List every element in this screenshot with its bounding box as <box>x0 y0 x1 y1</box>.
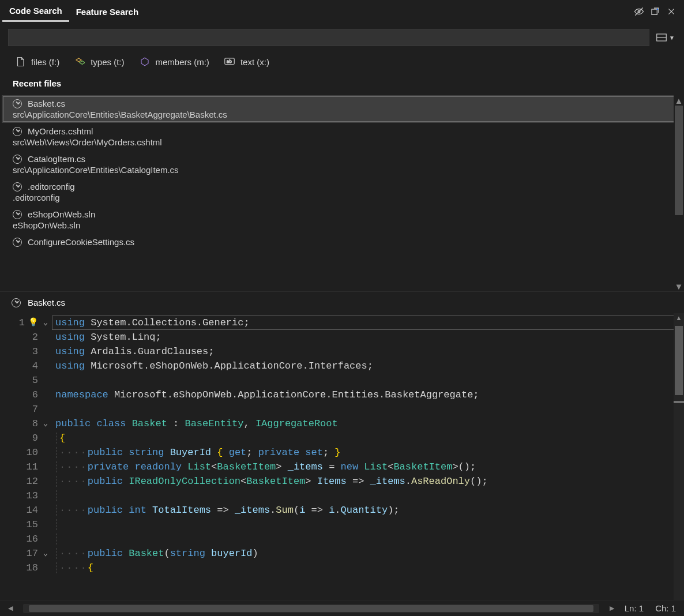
status-line: Ln: 1 <box>625 603 644 613</box>
preview-header: Basket.cs <box>0 291 684 313</box>
preview-filename: Basket.cs <box>28 298 65 307</box>
open-external-icon[interactable] <box>647 3 663 20</box>
clock-icon <box>13 127 22 136</box>
svg-point-3 <box>657 9 659 10</box>
result-path: .editorconfig <box>13 193 671 202</box>
result-item[interactable]: Basket.cssrc\ApplicationCore\Entities\Ba… <box>2 95 682 123</box>
result-path: eShopOnWeb.sln <box>13 220 671 230</box>
svg-text:ab: ab <box>227 59 232 64</box>
clock-icon <box>12 298 21 307</box>
result-name: MyOrders.cshtml <box>28 126 93 136</box>
editor-hscrollbar[interactable] <box>23 604 599 613</box>
filter-types[interactable]: types (t:) <box>74 57 124 67</box>
result-name: Basket.cs <box>28 99 65 108</box>
clock-icon <box>13 99 22 108</box>
clock-icon <box>13 210 22 219</box>
preview-off-icon[interactable] <box>631 3 647 20</box>
clock-icon <box>13 155 22 164</box>
tab-code-search[interactable]: Code Search <box>2 1 69 22</box>
result-name: CatalogItem.cs <box>28 154 85 164</box>
filter-types-label: types (t:) <box>91 57 124 67</box>
code-editor[interactable]: 1💡⌄2 3 4 5 6 7 8⌄9 10 11 12 13 14 15 16 … <box>0 313 684 600</box>
result-item[interactable]: CatalogItem.cssrc\ApplicationCore\Entiti… <box>0 151 684 178</box>
filter-members[interactable]: members (m:) <box>140 57 209 67</box>
tab-feature-search[interactable]: Feature Search <box>69 2 145 21</box>
result-item[interactable]: ConfigureCookieSettings.cs <box>0 234 684 250</box>
search-input[interactable] <box>8 29 649 46</box>
editor-scrollbar-thumb[interactable] <box>675 326 683 395</box>
tab-bar: Code Search Feature Search <box>0 0 684 23</box>
result-path: src\ApplicationCore\Entities\CatalogItem… <box>13 165 671 175</box>
result-path: src\ApplicationCore\Entities\BasketAggre… <box>13 110 670 119</box>
filters-row: files (f:) types (t:) members (m:) ab te… <box>0 50 684 74</box>
filter-files-label: files (f:) <box>31 57 59 67</box>
result-name: eShopOnWeb.sln <box>28 209 95 219</box>
filter-files[interactable]: files (f:) <box>15 57 59 67</box>
clock-icon <box>13 182 22 191</box>
filter-members-label: members (m:) <box>156 57 209 67</box>
layout-dropdown[interactable]: ▼ <box>655 29 676 46</box>
editor-code[interactable]: using System.Collections.Generic;using S… <box>52 313 684 600</box>
result-item[interactable]: .editorconfig.editorconfig <box>0 178 684 206</box>
result-path: src\Web\Views\Order\MyOrders.cshtml <box>13 137 671 147</box>
svg-rect-2 <box>652 9 657 14</box>
result-name: .editorconfig <box>28 182 75 191</box>
result-item[interactable]: eShopOnWeb.slneShopOnWeb.sln <box>0 206 684 234</box>
results-scrollbar[interactable]: ▲ ▼ <box>674 95 684 291</box>
clock-icon <box>13 238 22 247</box>
filter-text[interactable]: ab text (x:) <box>224 57 269 67</box>
editor-scrollbar[interactable]: ▲ <box>674 313 684 600</box>
result-name: ConfigureCookieSettings.cs <box>28 237 134 247</box>
recent-files-label: Recent files <box>0 74 684 95</box>
search-row: ▼ <box>0 23 684 50</box>
results-list: Basket.cssrc\ApplicationCore\Entities\Ba… <box>0 95 684 291</box>
results-scrollbar-thumb[interactable] <box>675 106 683 215</box>
status-bar: ◀ ▶ Ln: 1 Ch: 1 <box>0 600 684 616</box>
status-col: Ch: 1 <box>655 603 676 613</box>
result-item[interactable]: MyOrders.cshtmlsrc\Web\Views\Order\MyOrd… <box>0 123 684 151</box>
filter-text-label: text (x:) <box>240 57 269 67</box>
close-icon[interactable] <box>663 3 679 20</box>
editor-gutter: 1💡⌄2 3 4 5 6 7 8⌄9 10 11 12 13 14 15 16 … <box>0 313 52 600</box>
